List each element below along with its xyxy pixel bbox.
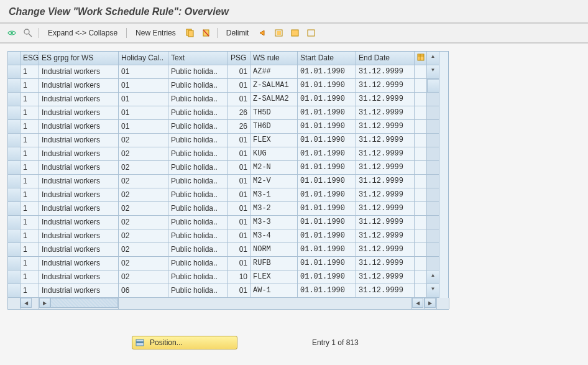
cell-sdate[interactable]: 01.01.1990 (298, 270, 356, 284)
cell-sdate[interactable]: 01.01.1990 (298, 229, 356, 243)
cell-text[interactable]: Public holida.. (168, 147, 228, 161)
row-selector[interactable] (8, 175, 21, 188)
cell-psg[interactable]: 26 (228, 120, 250, 134)
cell-psg[interactable]: 01 (228, 93, 250, 106)
cell-text[interactable]: Public holida.. (168, 270, 228, 284)
scroll-track[interactable] (427, 216, 439, 229)
cell-wsrule[interactable]: KUG (250, 147, 298, 161)
scroll-track[interactable] (427, 257, 439, 270)
expand-collapse-button[interactable]: Expand <-> Collapse (44, 27, 121, 39)
cell-wsrule[interactable]: AW-1 (250, 284, 298, 298)
cell-hcal[interactable]: 02 (119, 257, 168, 270)
cell-text[interactable]: Public holida.. (168, 284, 228, 298)
cell-esgrp[interactable]: Industrial workers (39, 270, 119, 284)
cell-text[interactable]: Public holida.. (168, 93, 228, 106)
cell-sdate[interactable]: 01.01.1990 (298, 257, 356, 270)
cell-text[interactable]: Public holida.. (168, 188, 228, 202)
cell-edate[interactable]: 31.12.9999 (356, 175, 415, 188)
copy-icon[interactable] (185, 27, 196, 39)
cell-edate[interactable]: 31.12.9999 (356, 216, 415, 229)
cell-text[interactable]: Public holida.. (168, 202, 228, 216)
cell-edate[interactable]: 31.12.9999 (356, 229, 415, 243)
cell-esg[interactable]: 1 (21, 243, 39, 257)
col-esgrp[interactable]: ES grpg for WS (39, 52, 119, 65)
cell-psg[interactable]: 01 (228, 216, 250, 229)
cell-wsrule[interactable]: M3-2 (250, 202, 298, 216)
cell-text[interactable]: Public holida.. (168, 257, 228, 270)
cell-edate[interactable]: 31.12.9999 (356, 188, 415, 202)
cell-esgrp[interactable]: Industrial workers (39, 216, 119, 229)
row-selector[interactable] (8, 106, 21, 120)
cell-text[interactable]: Public holida.. (168, 134, 228, 147)
cell-wsrule[interactable]: FLEX (250, 134, 298, 147)
cell-hcal[interactable]: 01 (119, 65, 168, 79)
cell-esg[interactable]: 1 (21, 188, 39, 202)
cell-esg[interactable]: 1 (21, 216, 39, 229)
cell-edate[interactable]: 31.12.9999 (356, 134, 415, 147)
cell-wsrule[interactable]: M3-4 (250, 229, 298, 243)
position-button[interactable]: Position... (132, 336, 237, 349)
cell-sdate[interactable]: 01.01.1990 (298, 175, 356, 188)
cell-text[interactable]: Public holida.. (168, 229, 228, 243)
row-selector[interactable] (8, 93, 21, 106)
scroll-track[interactable] (427, 202, 439, 216)
hscroll-right-1[interactable]: ▶ (39, 298, 50, 308)
cell-text[interactable]: Public holida.. (168, 216, 228, 229)
cell-esgrp[interactable]: Industrial workers (39, 188, 119, 202)
cell-hcal[interactable]: 01 (119, 93, 168, 106)
scroll-track[interactable] (427, 229, 439, 243)
scroll-track[interactable] (427, 134, 439, 147)
cell-edate[interactable]: 31.12.9999 (356, 270, 415, 284)
row-selector[interactable] (8, 270, 21, 284)
cell-esg[interactable]: 1 (21, 161, 39, 175)
scroll-track[interactable] (427, 175, 439, 188)
cell-esgrp[interactable]: Industrial workers (39, 106, 119, 120)
col-sdate[interactable]: Start Date (298, 52, 356, 65)
cell-sdate[interactable]: 01.01.1990 (298, 93, 356, 106)
scroll-thumb[interactable] (427, 79, 439, 93)
cell-psg[interactable]: 01 (228, 188, 250, 202)
cell-psg[interactable]: 01 (228, 257, 250, 270)
cell-text[interactable]: Public holida.. (168, 243, 228, 257)
cell-psg[interactable]: 01 (228, 161, 250, 175)
cell-text[interactable]: Public holida.. (168, 120, 228, 134)
cell-esg[interactable]: 1 (21, 229, 39, 243)
cell-text[interactable]: Public holida.. (168, 106, 228, 120)
cell-wsrule[interactable]: TH6D (250, 120, 298, 134)
cell-hcal[interactable]: 02 (119, 216, 168, 229)
select-all-icon[interactable] (273, 27, 285, 39)
configure-columns-button[interactable] (415, 52, 427, 65)
cell-psg[interactable]: 26 (228, 106, 250, 120)
cell-wsrule[interactable]: M2-N (250, 161, 298, 175)
toggle-display-icon[interactable] (6, 27, 17, 39)
delete-icon[interactable] (201, 27, 212, 39)
cell-sdate[interactable]: 01.01.1990 (298, 65, 356, 79)
cell-edate[interactable]: 31.12.9999 (356, 120, 415, 134)
row-selector[interactable] (8, 257, 21, 270)
cell-psg[interactable]: 01 (228, 79, 250, 93)
row-selector[interactable] (8, 243, 21, 257)
cell-hcal[interactable]: 01 (119, 106, 168, 120)
cell-hcal[interactable]: 02 (119, 161, 168, 175)
cell-esgrp[interactable]: Industrial workers (39, 229, 119, 243)
cell-sdate[interactable]: 01.01.1990 (298, 243, 356, 257)
cell-esgrp[interactable]: Industrial workers (39, 175, 119, 188)
cell-hcal[interactable]: 01 (119, 79, 168, 93)
cell-edate[interactable]: 31.12.9999 (356, 65, 415, 79)
cell-sdate[interactable]: 01.01.1990 (298, 188, 356, 202)
hscroll-track-1[interactable] (50, 298, 118, 308)
cell-edate[interactable]: 31.12.9999 (356, 147, 415, 161)
new-entries-button[interactable]: New Entries (132, 27, 180, 39)
scroll-up-button[interactable]: ▲ (427, 52, 439, 65)
cell-wsrule[interactable]: M2-V (250, 175, 298, 188)
cell-esgrp[interactable]: Industrial workers (39, 65, 119, 79)
cell-esgrp[interactable]: Industrial workers (39, 134, 119, 147)
cell-edate[interactable]: 31.12.9999 (356, 161, 415, 175)
cell-text[interactable]: Public holida.. (168, 161, 228, 175)
scroll-track[interactable] (427, 93, 439, 106)
cell-esg[interactable]: 1 (21, 106, 39, 120)
col-psg[interactable]: PSG (228, 52, 250, 65)
cell-esgrp[interactable]: Industrial workers (39, 284, 119, 298)
cell-esg[interactable]: 1 (21, 284, 39, 298)
cell-hcal[interactable]: 06 (119, 284, 168, 298)
